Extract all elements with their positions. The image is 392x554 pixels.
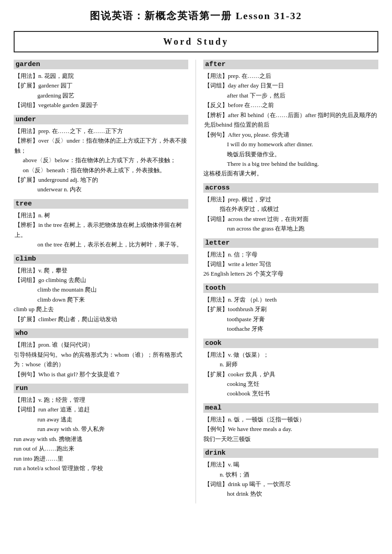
- entry-line: 【扩展】climber 爬山者，爬山运动发动: [14, 314, 188, 324]
- entry-line: toothache 牙疼: [203, 324, 378, 333]
- word-entry: who【用法】pron. 谁（疑问代词）引导特殊疑问句。who 的宾格形式为：w…: [14, 328, 188, 379]
- entry-line: run out of 从……跑出来: [14, 444, 188, 453]
- entry-line: 【词组】day after day 日复一日: [203, 81, 378, 90]
- entry-line: 【扩展】underground adj. 地下的: [14, 175, 188, 185]
- word-header: letter: [203, 238, 378, 248]
- word-study-box: Word Study: [14, 31, 378, 52]
- entry-line: 我们一天吃三顿饭: [203, 434, 378, 444]
- entry-line: There is a big tree behind the building.: [203, 159, 378, 169]
- word-entry: letter【用法】n. 信；字母【词组】write a letter 写信26…: [203, 238, 378, 279]
- word-header: drink: [203, 448, 378, 458]
- entry-line: 【扩展】cooker 炊具，炉具: [203, 369, 378, 379]
- entry-line: n. 厨师: [203, 359, 378, 369]
- word-header: under: [14, 115, 188, 124]
- entry-line: 【用法】prep. 在……之后: [203, 71, 378, 81]
- entry-line: n. 饮料；酒: [203, 470, 378, 479]
- entry-line: 【辨析】in the tree 在树上，表示把物体放在树上或物体停留在树上。: [14, 220, 188, 240]
- entry-line: underwear n. 内衣: [14, 185, 188, 194]
- word-entry: tooth【用法】n. 牙齿 （pl.）teeth【扩展】toothbrush …: [203, 283, 378, 334]
- word-header: after: [203, 60, 378, 69]
- entry-line: climb up 爬上去: [14, 304, 188, 314]
- entry-line: 【扩展】toothbrush 牙刷: [203, 304, 378, 314]
- entry-line: cookbook 烹饪书: [203, 389, 378, 398]
- word-entry: across【用法】prep. 横过，穿过指在外表穿过，或横过【词组】acros…: [203, 183, 378, 234]
- word-header: garden: [14, 60, 188, 69]
- page-title: 图说英语：新概念英语第一册 Lesson 31-32: [14, 9, 378, 23]
- entry-line: 晚饭后我要做作业。: [203, 149, 378, 159]
- entry-line: run away 逃走: [14, 415, 188, 424]
- entry-line: climb the mountain 爬山: [14, 285, 188, 294]
- word-entry: after【用法】prep. 在……之后【词组】day after day 日复…: [203, 60, 378, 179]
- right-column: after【用法】prep. 在……之后【词组】day after day 日复…: [196, 60, 378, 503]
- entry-line: toothpaste 牙膏: [203, 314, 378, 324]
- entry-line: on〈反〉beneath：指在物体的外表上或下，外表接触。: [14, 165, 188, 175]
- entry-line: run away with sb. 带人私奔: [14, 424, 188, 434]
- entry-line: run into 跑进……里: [14, 454, 188, 463]
- entry-line: 【用法】v. 跑；经营，管理: [14, 395, 188, 405]
- entry-line: 【用法】v. 喝: [203, 460, 378, 469]
- word-entry: cook【用法】v. 做（饭菜）；n. 厨师【扩展】cooker 炊具，炉具co…: [203, 339, 378, 399]
- entry-line: 这栋楼后面有课大树。: [203, 169, 378, 178]
- entry-line: after that 下一步，然后: [203, 91, 378, 100]
- word-entry: drink【用法】v. 喝n. 饮料；酒【词组】drink up 喝干，一饮而尽…: [203, 448, 378, 499]
- word-header: tree: [14, 199, 188, 209]
- word-entry: climb【用法】v. 爬，攀登【词组】go climbing 去爬山climb…: [14, 254, 188, 324]
- word-header: who: [14, 328, 188, 338]
- entry-line: above〈反〉below：指在物体的上方或下方，外表不接触；: [14, 155, 188, 165]
- entry-line: 【扩展】gardener 园丁: [14, 81, 188, 90]
- entry-line: 【词组】write a letter 写信: [203, 259, 378, 269]
- word-header: tooth: [203, 283, 378, 293]
- word-entry: meal【用法】n. 饭，一顿饭（泛指一顿饭）【例句】We have three…: [203, 403, 378, 444]
- entry-line: gardening 园艺: [14, 91, 188, 100]
- entry-line: 【辨析】after 和 behind（在……后面）after 指时间的先后及顺序…: [203, 110, 378, 130]
- word-entry: under【用法】prep. 在……之下，在……正下方【辨析】over〈反〉un…: [14, 115, 188, 195]
- word-header: cook: [203, 339, 378, 348]
- entry-line: 【用法】n. 牙齿 （pl.）teeth: [203, 295, 378, 304]
- entry-line: cooking 烹饪: [203, 379, 378, 389]
- word-header: across: [203, 183, 378, 193]
- entry-line: 【用法】v. 做（饭菜）；: [203, 350, 378, 359]
- word-entry: run【用法】v. 跑；经营，管理【词组】run after 追逐，追赶run …: [14, 384, 188, 473]
- entry-line: 【反义】before 在……之前: [203, 100, 378, 110]
- entry-line: 【用法】n. 树: [14, 210, 188, 220]
- entry-line: 引导特殊疑问句。who 的宾格形式为：whom（谁）；所有格形式为：whose（…: [14, 350, 188, 369]
- word-header: climb: [14, 254, 188, 264]
- entry-line: run across the grass 在草地上跑: [203, 224, 378, 233]
- word-header: run: [14, 384, 188, 393]
- entry-line: I will do my homework after dinner.: [203, 139, 378, 149]
- entry-line: 【用法】v. 爬，攀登: [14, 266, 188, 275]
- entry-line: 【词组】drink up 喝干，一饮而尽: [203, 479, 378, 489]
- entry-line: 【例句】Who is that girl? 那个女孩是谁？: [14, 369, 188, 379]
- word-entry: tree【用法】n. 树【辨析】in the tree 在树上，表示把物体放在树…: [14, 199, 188, 250]
- entry-line: 26 English letters 26 个英文字母: [203, 269, 378, 278]
- entry-line: 【用法】n. 饭，一顿饭（泛指一顿饭）: [203, 415, 378, 424]
- entry-line: 【词组】across the street 过街，在街对面: [203, 214, 378, 224]
- entry-line: 【用法】pron. 谁（疑问代词）: [14, 340, 188, 349]
- entry-line: 【用法】prep. 在……之下，在……正下方: [14, 126, 188, 136]
- entry-line: hot drink 热饮: [203, 489, 378, 498]
- entry-line: 指在外表穿过，或横过: [203, 204, 378, 214]
- entry-line: 【用法】prep. 横过，穿过: [203, 195, 378, 204]
- entry-line: 【例句】We have three meals a day.: [203, 424, 378, 434]
- entry-line: run away with sth. 携物潜逃: [14, 434, 188, 444]
- left-column: garden【用法】n. 花园，庭院【扩展】gardener 园丁gardeni…: [14, 60, 196, 503]
- entry-line: 【词组】run after 追逐，追赶: [14, 405, 188, 414]
- entry-line: 【词组】go climbing 去爬山: [14, 275, 188, 285]
- word-header: meal: [203, 403, 378, 413]
- entry-line: run a hotel/a school 管理旅馆，学校: [14, 463, 188, 473]
- entry-line: 【例句】After you, please. 你先请: [203, 130, 378, 139]
- entry-line: on the tree 在树上，表示长在树上，比方树叶，果子等。: [14, 240, 188, 249]
- entry-line: climb down 爬下来: [14, 295, 188, 304]
- word-entry: garden【用法】n. 花园，庭院【扩展】gardener 园丁gardeni…: [14, 60, 188, 110]
- entry-line: 【词组】vegetable garden 菜园子: [14, 100, 188, 110]
- entry-line: 【辨析】over〈反〉under：指在物体的正上方或正下方，外表不接触；: [14, 136, 188, 155]
- entry-line: 【用法】n. 花园，庭院: [14, 71, 188, 81]
- entry-line: 【用法】n. 信；字母: [203, 250, 378, 259]
